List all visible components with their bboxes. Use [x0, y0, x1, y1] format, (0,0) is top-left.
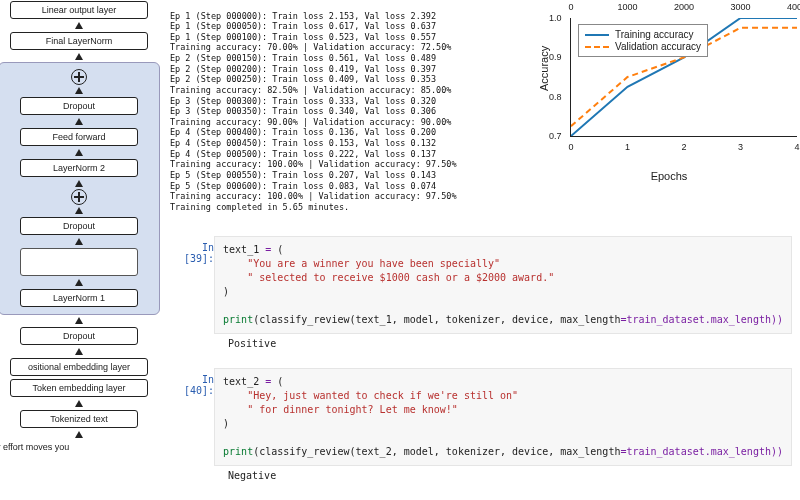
cell-code[interactable]: text_1 = ( "You are a winner you have be…: [214, 236, 792, 334]
legend-line-val: [585, 46, 609, 48]
cell-output-39: Positive: [228, 338, 276, 349]
chart-xtick: 0: [568, 142, 573, 152]
layer-token-embedding: Token embedding layer: [10, 379, 148, 397]
arrow-up-icon: [75, 348, 83, 355]
arrow-up-icon: [75, 279, 83, 286]
layer-feed-forward: Feed forward: [20, 128, 138, 146]
transformer-diagram: Linear output layer Final LayerNorm Drop…: [0, 0, 164, 452]
layer-final-layernorm: Final LayerNorm: [10, 32, 148, 50]
layer-linear-output: Linear output layer: [10, 1, 148, 19]
accuracy-chart: Accuracy 0.70.80.91.00123401000200030004…: [538, 0, 800, 178]
chart-ytick: 0.8: [549, 92, 562, 102]
cell-prompt: In [40]:: [170, 368, 214, 466]
arrow-up-icon: [75, 87, 83, 94]
arrow-up-icon: [75, 149, 83, 156]
residual-add-icon: [71, 189, 87, 205]
layer-dropout: Dropout: [20, 97, 138, 115]
arrow-up-icon: [75, 22, 83, 29]
diagram-caption: y effort moves you: [0, 442, 164, 452]
cell-prompt: In [39]:: [170, 236, 214, 334]
chart-xtick: 3: [738, 142, 743, 152]
chart-xtick-top: 2000: [674, 2, 694, 12]
chart-xtick-top: 3000: [730, 2, 750, 12]
cell-code[interactable]: text_2 = ( "Hey, just wanted to check if…: [214, 368, 792, 466]
chart-ytick: 0.7: [549, 131, 562, 141]
arrow-up-icon: [75, 53, 83, 60]
legend-line-train: [585, 34, 609, 36]
notebook-cell-40: In [40]: text_2 = ( "Hey, just wanted to…: [170, 368, 792, 466]
arrow-up-icon: [75, 180, 83, 187]
legend-label-val: Validation accuracy: [615, 41, 701, 52]
arrow-up-icon: [75, 317, 83, 324]
arrow-up-icon: [75, 238, 83, 245]
chart-xtick-top: 0: [568, 2, 573, 12]
arrow-up-icon: [75, 431, 83, 438]
layer-pos-embedding: ositional embedding layer: [10, 358, 148, 376]
layer-layernorm1: LayerNorm 1: [20, 289, 138, 307]
chart-xlabel: Epochs: [651, 170, 688, 182]
chart-xtick: 1: [625, 142, 630, 152]
chart-ytick: 0.9: [549, 52, 562, 62]
arrow-up-icon: [75, 400, 83, 407]
notebook-cell-39: In [39]: text_1 = ( "You are a winner yo…: [170, 236, 792, 334]
training-log-output: Ep 1 (Step 000000): Train loss 2.153, Va…: [170, 11, 530, 213]
arrow-up-icon: [75, 118, 83, 125]
arrow-up-icon: [75, 207, 83, 214]
layer-dropout: Dropout: [20, 327, 138, 345]
chart-xtick: 4: [794, 142, 799, 152]
layer-tokenized-text: Tokenized text: [20, 410, 138, 428]
chart-ytick: 1.0: [549, 13, 562, 23]
chart-xtick-top: 4000: [787, 2, 800, 12]
chart-xtick: 2: [681, 142, 686, 152]
chart-legend: Training accuracy Validation accuracy: [578, 24, 708, 57]
legend-label-train: Training accuracy: [615, 29, 694, 40]
layer-dropout: Dropout: [20, 217, 138, 235]
chart-xtick-top: 1000: [617, 2, 637, 12]
layer-layernorm2: LayerNorm 2: [20, 159, 138, 177]
layer-masked-mha: Masked multi-head attention: [20, 248, 138, 276]
residual-add-icon: [71, 69, 87, 85]
cell-output-40: Negative: [228, 470, 276, 481]
transformer-block: Dropout Feed forward LayerNorm 2 Dropout…: [0, 62, 160, 315]
